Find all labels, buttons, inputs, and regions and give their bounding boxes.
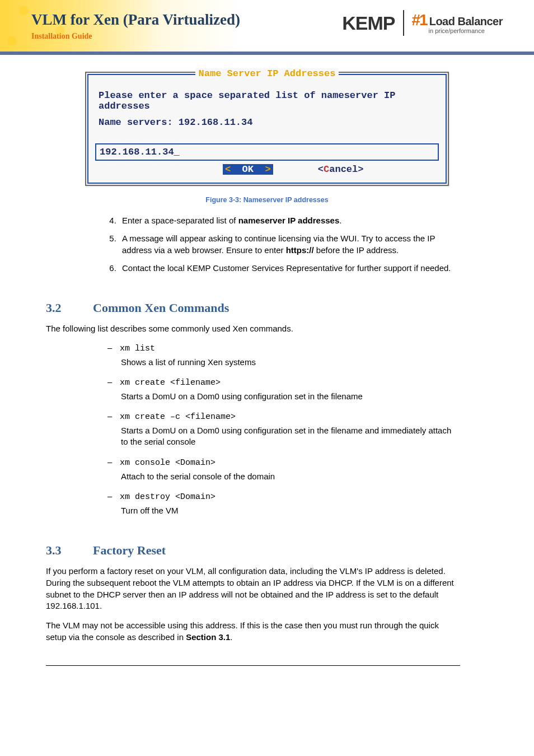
section-3-3-heading: 3.3Factory Reset	[46, 543, 488, 558]
figure-caption: Figure 3-3: Nameserver IP addresses	[46, 196, 488, 204]
logo-divider	[403, 10, 404, 36]
steps-list: Enter a space-separated list of nameserv…	[119, 215, 460, 274]
command-code: xm destroy <Domain>	[120, 492, 216, 502]
load-balancer-logo: #1 Load Balancer in price/performance	[412, 12, 503, 34]
section-3-2-intro: The following list describes some common…	[46, 323, 460, 335]
command-description: Turn off the VM	[121, 505, 460, 516]
command-code: xm console <Domain>	[120, 458, 216, 468]
section-number: 3.2	[46, 301, 93, 315]
command-item: –xm listShows a list of running Xen syst…	[107, 343, 460, 368]
list-dash: –	[107, 457, 120, 466]
command-code: xm create <filename>	[120, 378, 221, 388]
step-item: Contact the local KEMP Customer Services…	[119, 263, 460, 274]
ok-button[interactable]: < OK >	[223, 164, 273, 175]
command-item: –xm create –c <filename>Starts a DomU on…	[107, 411, 460, 448]
command-item: –xm console <Domain>Attach to the serial…	[107, 457, 460, 482]
hash-one-icon: #1	[412, 12, 427, 28]
command-item: –xm create <filename>Starts a DomU on a …	[107, 377, 460, 402]
list-dash: –	[107, 491, 120, 501]
terminal-screenshot: Name Server IP Addresses Please enter a …	[85, 72, 449, 186]
step-item: Enter a space-separated list of nameserv…	[119, 215, 460, 226]
command-list: –xm listShows a list of running Xen syst…	[107, 343, 460, 517]
command-code: xm list	[120, 344, 155, 353]
load-balancer-text: Load Balancer	[429, 16, 503, 27]
page-content: Name Server IP Addresses Please enter a …	[0, 55, 534, 688]
section-3-2-heading: 3.2Common Xen Commands	[46, 301, 488, 315]
command-description: Attach to the serial console of the doma…	[121, 471, 460, 482]
command-description: Starts a DomU on a Dom0 using configurat…	[121, 425, 460, 448]
cancel-button[interactable]: <Cancel>	[318, 164, 364, 175]
footer-rule	[46, 665, 460, 666]
kemp-logo: KEMP	[342, 12, 395, 34]
command-description: Starts a DomU on a Dom0 using configurat…	[121, 391, 460, 402]
section-number: 3.3	[46, 543, 93, 558]
terminal-title: Name Server IP Addresses	[195, 68, 339, 79]
command-description: Shows a list of running Xen systems	[121, 357, 460, 368]
load-balancer-subtext: in price/performance	[429, 28, 503, 34]
terminal-label: Name servers: 192.168.11.34	[99, 117, 435, 128]
command-code: xm create –c <filename>	[120, 412, 236, 422]
command-item: –xm destroy <Domain>Turn off the VM	[107, 491, 460, 516]
list-dash: –	[107, 411, 120, 421]
terminal-prompt: Please enter a space separated list of n…	[99, 90, 435, 111]
step-item: A message will appear asking to continue…	[119, 233, 460, 256]
section-title: Factory Reset	[93, 543, 166, 557]
list-dash: –	[107, 377, 120, 386]
section-title: Common Xen Commands	[93, 301, 229, 315]
section-3-3-p1: If you perform a factory reset on your V…	[46, 566, 460, 612]
list-dash: –	[107, 343, 120, 352]
nameserver-input[interactable]: 192.168.11.34_	[95, 143, 439, 161]
header-logos: KEMP #1 Load Balancer in price/performan…	[342, 10, 503, 36]
page-header: VLM for Xen (Para Virtualized) Installat…	[0, 0, 534, 55]
section-3-3-p2: The VLM may not be accessible using this…	[46, 620, 460, 643]
